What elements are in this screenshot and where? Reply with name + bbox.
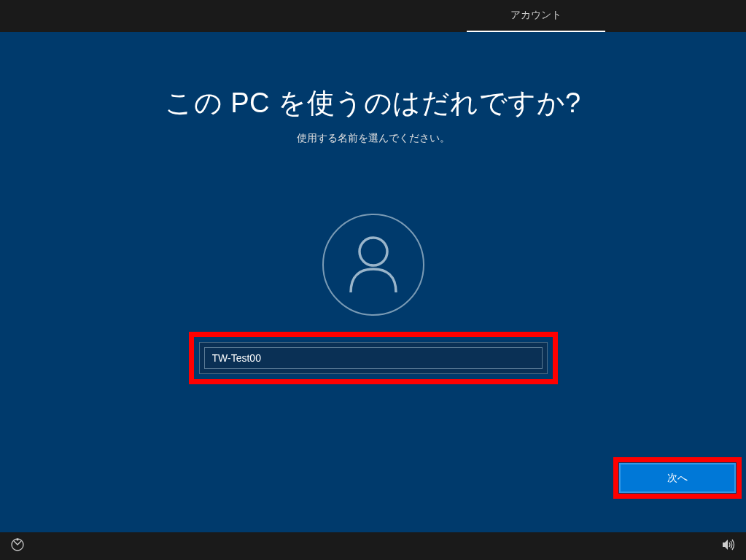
username-input-container (199, 342, 548, 374)
username-input[interactable] (204, 347, 543, 369)
accessibility-icon[interactable] (10, 537, 25, 555)
page-title: この PC を使うのはだれですか? (165, 85, 581, 122)
main-content: この PC を使うのはだれですか? 使用する名前を選んでください。 次へ (0, 32, 746, 532)
page-subtitle: 使用する名前を選んでください。 (297, 132, 450, 145)
username-input-wrapper (199, 342, 548, 374)
next-button-wrapper: 次へ (619, 463, 736, 493)
volume-icon[interactable] (721, 537, 736, 555)
tab-container: アカウント (467, 0, 605, 32)
svg-point-0 (360, 238, 387, 265)
user-avatar-icon (322, 214, 424, 316)
top-bar: アカウント (0, 0, 746, 32)
next-button[interactable]: 次へ (619, 463, 736, 493)
svg-point-2 (17, 539, 19, 541)
avatar-container (322, 214, 424, 316)
tab-account[interactable]: アカウント (467, 0, 605, 32)
bottom-bar (0, 532, 746, 560)
